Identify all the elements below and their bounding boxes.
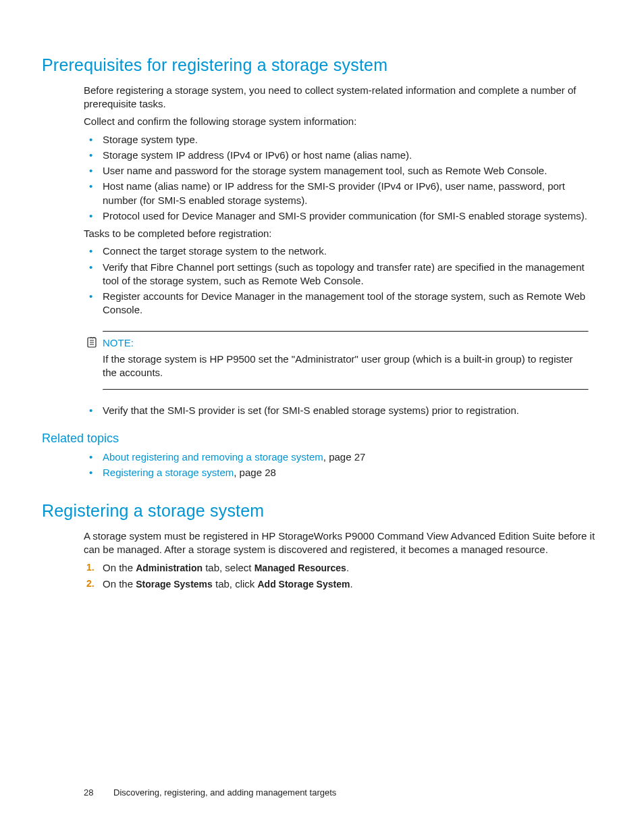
list-item: Storage system type. [84, 133, 595, 147]
xref-registering[interactable]: Registering a storage system [103, 467, 234, 478]
list-item: Register accounts for Device Manager in … [84, 290, 595, 317]
related-topics-heading: Related topics [42, 430, 602, 446]
step-text: . [350, 578, 352, 590]
step-bold: Managed Resources [254, 563, 346, 573]
xref-about-registering[interactable]: About registering and removing a storage… [103, 451, 323, 463]
section2-body: A storage system must be registered in H… [84, 529, 595, 591]
note-label: NOTE: [103, 337, 134, 348]
step-item: On the Administration tab, select Manage… [84, 561, 595, 575]
note-rule-bottom [103, 389, 589, 390]
intro-paragraph: Before registering a storage system, you… [84, 84, 595, 111]
heading-registering: Registering a storage system [42, 500, 602, 523]
page: Prerequisites for registering a storage … [0, 0, 644, 834]
section1-body: Before registering a storage system, you… [84, 84, 595, 418]
related-list: About registering and removing a storage… [84, 450, 595, 480]
list-item: Registering a storage system, page 28 [84, 466, 595, 479]
step-item: On the Storage Systems tab, click Add St… [84, 577, 595, 591]
chapter-title: Discovering, registering, and adding man… [113, 787, 336, 798]
tasks-lead: Tasks to be completed before registratio… [84, 227, 595, 240]
section2-intro: A storage system must be registered in H… [84, 529, 595, 557]
steps-list: On the Administration tab, select Manage… [84, 561, 595, 592]
step-text: tab, select [203, 562, 254, 573]
list-item: Verify that the SMI-S provider is set (f… [84, 404, 595, 417]
tasks-list: Connect the target storage system to the… [84, 244, 595, 317]
related-body: About registering and removing a storage… [84, 450, 595, 480]
note-block: NOTE: If the storage system is HP P9500 … [103, 331, 595, 391]
page-number: 28 [84, 787, 93, 798]
list-item: About registering and removing a storage… [84, 450, 595, 464]
heading-prerequisites: Prerequisites for registering a storage … [42, 54, 602, 77]
list-item: Storage system IP address (IPv4 or IPv6)… [84, 149, 595, 162]
note-icon [86, 336, 99, 348]
collect-list: Storage system type. Storage system IP a… [84, 133, 595, 224]
step-bold: Administration [136, 563, 203, 573]
post-note-list: Verify that the SMI-S provider is set (f… [84, 404, 595, 417]
note-header: NOTE: [103, 336, 589, 350]
xref-suffix: , page 27 [323, 451, 366, 463]
list-item: User name and password for the storage s… [84, 164, 595, 178]
step-text: On the [103, 562, 136, 573]
list-item: Protocol used for Device Manager and SMI… [84, 209, 595, 223]
note-rule-top [103, 331, 589, 332]
list-item: Verify that Fibre Channel port settings … [84, 261, 595, 288]
xref-suffix: , page 28 [234, 467, 276, 478]
list-item: Connect the target storage system to the… [84, 244, 595, 258]
step-bold: Add Storage System [258, 579, 350, 590]
step-text: On the [103, 578, 136, 590]
note-body: If the storage system is HP P9500 set th… [103, 353, 589, 380]
list-item: Host name (alias name) or IP address for… [84, 180, 595, 207]
step-text: tab, click [213, 578, 258, 590]
collect-lead: Collect and confirm the following storag… [84, 115, 595, 128]
step-bold: Storage Systems [136, 579, 213, 590]
step-text: . [346, 562, 349, 573]
page-footer: 28 Discovering, registering, and adding … [84, 787, 336, 799]
